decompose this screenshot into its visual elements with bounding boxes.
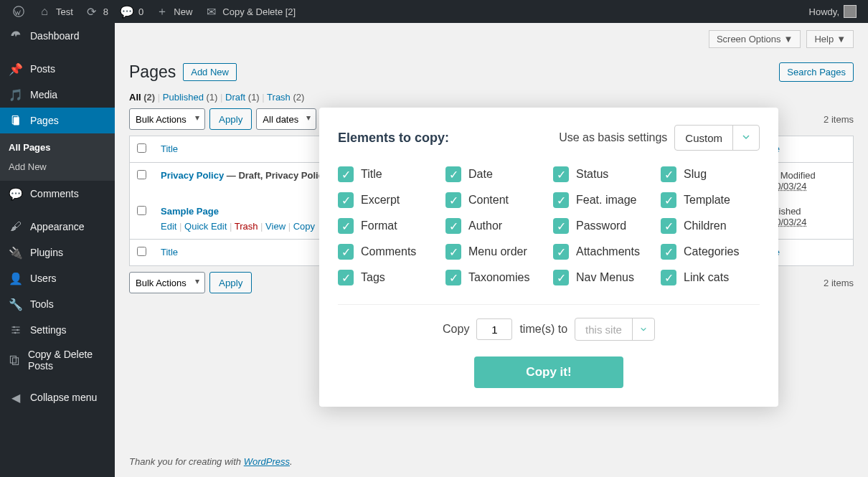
row-title-link[interactable]: Sample Page [161,206,219,217]
wordpress-link[interactable]: WordPress [244,456,290,467]
search-pages-button[interactable]: Search Pages [779,62,854,82]
menu-pages[interactable]: Pages [0,108,115,133]
new-link[interactable]: ＋New [149,0,198,23]
chk-author[interactable]: ✓Author [445,218,544,234]
row-checkbox[interactable] [137,206,146,215]
select-all-top[interactable] [137,143,146,153]
sliders-icon [9,323,23,337]
chk-nav-menus[interactable]: ✓Nav Menus [553,270,652,285]
row-title-link[interactable]: Privacy Policy [161,170,224,181]
menu-settings[interactable]: Settings [0,317,115,343]
chk-taxonomies[interactable]: ✓Taxonomies [445,270,544,285]
chk-comments[interactable]: ✓Comments [338,244,437,260]
view-trash[interactable]: Trash (2) [267,92,304,103]
screen-options-button[interactable]: Screen Options ▼ [709,30,801,48]
items-count-bottom: 2 items [824,278,854,288]
menu-comments[interactable]: 💬Comments [0,181,115,207]
svg-rect-7 [13,358,19,365]
submenu-add-new[interactable]: Add New [0,157,115,176]
check-icon: ✓ [553,166,569,182]
col-title-foot[interactable]: Title [161,247,178,258]
bulk-actions-select[interactable]: Bulk Actions [129,108,205,130]
chk-link-cats[interactable]: ✓Link cats [661,270,760,285]
chk-title[interactable]: ✓Title [338,166,437,182]
action-copy[interactable]: Copy [293,221,315,232]
site-link[interactable]: ⌂Test [32,0,79,23]
menu-posts[interactable]: 📌Posts [0,56,115,82]
home-icon: ⌂ [37,4,52,19]
wp-logo[interactable] [6,0,32,23]
account-link[interactable]: Howdy, [803,0,862,23]
chk-tags[interactable]: ✓Tags [338,270,437,285]
action-view[interactable]: View [265,221,286,232]
svg-point-5 [14,332,16,334]
menu-copy-delete-posts[interactable]: Copy & Delete Posts [0,343,115,377]
help-button[interactable]: Help ▼ [806,30,854,48]
target-site-select[interactable]: this site [575,318,655,341]
chevron-down-icon: ▼ [784,34,793,44]
apply-bulk-top[interactable]: Apply [209,108,252,130]
new-label: New [174,6,192,17]
mail-icon: ✉ [204,4,218,19]
view-all[interactable]: All (2) [129,92,155,103]
check-icon: ✓ [338,218,354,234]
check-icon: ✓ [338,166,354,182]
plugin-icon: 🔌 [9,245,23,260]
select-all-bottom[interactable] [137,247,146,256]
chk-excerpt[interactable]: ✓Excerpt [338,192,437,208]
action-trash[interactable]: Trash [235,221,258,232]
chevron-down-icon [732,126,759,150]
chk-template[interactable]: ✓Template [661,192,760,208]
chk-menu-order[interactable]: ✓Menu order [445,244,544,260]
modal-heading: Elements to copy: [338,131,449,146]
menu-users[interactable]: 👤Users [0,265,115,291]
menu-plugins[interactable]: 🔌Plugins [0,240,115,265]
update-icon: ⟳ [85,4,99,19]
chk-content[interactable]: ✓Content [445,192,544,208]
copy-delete-link[interactable]: ✉Copy & Delete [2] [198,0,301,23]
basis-select[interactable]: Custom [674,125,760,151]
view-draft[interactable]: Draft (1) [225,92,260,103]
items-count-top: 2 items [824,114,854,125]
chk-format[interactable]: ✓Format [338,218,437,234]
add-new-button[interactable]: Add New [183,63,237,81]
chk-date[interactable]: ✓Date [445,166,544,182]
chk-password[interactable]: ✓Password [553,218,652,234]
action-quick-edit[interactable]: Quick Edit [184,221,227,232]
chk-categories[interactable]: ✓Categories [661,244,760,260]
chk-feat-image[interactable]: ✓Feat. image [553,192,652,208]
checkbox-grid: ✓Title ✓Date ✓Status ✓Slug ✓Excerpt ✓Con… [338,166,760,285]
chk-children[interactable]: ✓Children [661,218,760,234]
media-icon: 🎵 [9,88,23,102]
view-published[interactable]: Published (1) [163,92,218,103]
menu-dashboard[interactable]: Dashboard [0,23,115,49]
chk-status[interactable]: ✓Status [553,166,652,182]
comments-link[interactable]: 💬0 [114,0,149,23]
date-filter-select[interactable]: All dates [256,108,316,130]
menu-tools[interactable]: 🔧Tools [0,291,115,317]
menu-dashboard-label: Dashboard [30,30,80,42]
row-checkbox[interactable] [137,170,146,179]
wrench-icon: 🔧 [9,297,23,311]
submenu-all-pages[interactable]: All Pages [0,138,115,157]
col-title[interactable]: Title [161,143,178,154]
bulk-actions-select-bottom[interactable]: Bulk Actions [129,272,205,293]
chk-attachments[interactable]: ✓Attachments [553,244,652,260]
chk-slug[interactable]: ✓Slug [661,166,760,182]
copy-it-button[interactable]: Copy it! [474,356,623,388]
check-icon: ✓ [445,270,461,285]
copy-times-input[interactable] [476,318,512,340]
collapse-menu[interactable]: ◀Collapse menu [0,384,115,410]
comment-icon: 💬 [120,4,134,19]
check-icon: ✓ [661,218,676,234]
basis-value: Custom [675,126,732,150]
wordpress-icon [11,4,26,19]
menu-media[interactable]: 🎵Media [0,82,115,108]
check-icon: ✓ [553,244,569,260]
updates-count: 8 [103,6,108,17]
menu-comments-label: Comments [30,188,79,199]
updates-link[interactable]: ⟳8 [79,0,114,23]
apply-bulk-bottom[interactable]: Apply [209,272,252,293]
action-edit[interactable]: Edit [161,221,176,232]
menu-appearance[interactable]: 🖌Appearance [0,214,115,240]
